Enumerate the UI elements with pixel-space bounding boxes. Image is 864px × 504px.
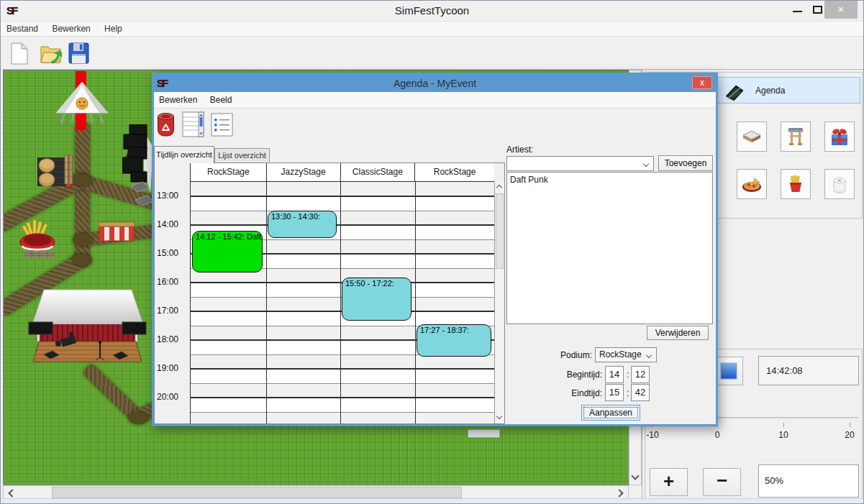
list-view-icon[interactable] (211, 113, 233, 137)
maximize-button[interactable] (810, 1, 826, 19)
status-bar (1, 498, 863, 503)
podium-combobox-value: RockStage (596, 349, 642, 359)
slider-tick (783, 423, 784, 427)
bench (64, 155, 73, 185)
grid-row (191, 182, 494, 196)
podium-label: Podium: (552, 350, 592, 360)
tab-tijdlijn-overzicht[interactable]: Tijdlijn overzicht (154, 146, 214, 163)
blue-square-icon (720, 362, 737, 380)
hscroll-thumb[interactable] (52, 487, 462, 498)
begin-time-label: Begintijd: (552, 370, 602, 380)
open-file-icon[interactable] (39, 42, 63, 65)
artist-label: Artiest: (506, 145, 533, 155)
vscroll-thumb[interactable] (496, 193, 504, 269)
menu-bewerken[interactable]: Bewerken (46, 22, 96, 34)
dialog-close-icon: x (700, 78, 704, 88)
fries-stand (19, 219, 56, 253)
timeline-view-icon[interactable] (182, 111, 204, 137)
schedule-event[interactable]: 14:12 - 15:42: Daft Punk (192, 231, 263, 272)
tool-pizza-button[interactable] (737, 169, 767, 199)
artist-listbox[interactable]: Daft Punk (506, 172, 713, 324)
grid-row (191, 211, 494, 225)
window-titlebar: SF SimFestTycoon × (1, 1, 863, 21)
artist-combobox-value (507, 158, 510, 168)
schedule-event[interactable]: 15:50 - 17:22: (342, 278, 411, 320)
tool-torii-gate-button[interactable] (781, 122, 811, 152)
tab-lijst-overzicht[interactable]: Lijst overzicht (214, 148, 270, 163)
slider-tick-label: -10 (642, 430, 663, 440)
dialog-menu-beeld[interactable]: Beeld (205, 92, 237, 105)
close-button[interactable]: × (824, 1, 858, 19)
tool-fries-button[interactable] (781, 169, 811, 199)
fries-icon (785, 173, 806, 195)
app-window: SF SimFestTycoon × Bestand Bewerken Help (0, 0, 864, 504)
scroll-down-icon[interactable] (496, 413, 502, 419)
minimize-button[interactable] (790, 1, 806, 19)
scroll-corner (629, 485, 642, 500)
grid-halfhour-line (191, 211, 494, 211)
zoom-level-value: 50% (765, 475, 783, 486)
time-label: 20:00 (157, 392, 178, 402)
delete-bin-icon[interactable] (156, 112, 176, 137)
tool-toilet-paper-button[interactable] (824, 169, 855, 199)
artist-list-item[interactable]: Daft Punk (507, 173, 712, 185)
menu-help[interactable]: Help (99, 22, 128, 34)
zoom-out-button[interactable]: − (703, 468, 741, 496)
pallet (24, 251, 55, 258)
grid-column-line (266, 182, 267, 423)
tool-road-tile-button[interactable] (737, 122, 767, 152)
grid-halfhour-line (191, 412, 494, 413)
stage-column-header: JazzyStage (266, 163, 340, 181)
end-hour-field[interactable]: 15 (605, 384, 624, 401)
add-artist-button[interactable]: Toevoegen (658, 155, 713, 171)
zoom-in-button[interactable]: + (650, 468, 688, 496)
striped-stand (98, 221, 135, 243)
remove-button[interactable]: Verwijderen (647, 326, 709, 340)
agenda-book-icon (722, 79, 747, 104)
save-file-icon[interactable] (68, 42, 90, 65)
scroll-right-icon[interactable] (615, 489, 623, 497)
window-title: SimFestTycoon (1, 1, 863, 21)
dialog-titlebar[interactable]: SF Agenda - MyEvent x (154, 75, 716, 92)
grid-row (191, 383, 494, 398)
toilet-paper-icon (829, 173, 850, 195)
agenda-dialog: SF Agenda - MyEvent x Bewerken Beeld (152, 73, 718, 426)
time-colon: : (627, 370, 629, 380)
grid-hour-line (191, 196, 494, 197)
end-minute-field[interactable]: 42 (631, 384, 650, 401)
artist-combobox[interactable] (506, 156, 654, 171)
new-file-icon[interactable] (9, 42, 29, 65)
zoom-level-box: 50% (758, 464, 859, 498)
sim-speed-button[interactable] (714, 357, 743, 385)
podium-combobox[interactable]: RockStage (595, 347, 657, 362)
toilet-building (468, 429, 500, 438)
schedule-event[interactable]: 17:27 - 18:37: (417, 324, 491, 357)
sidebar-item-label: Agenda (755, 86, 785, 96)
menu-bestand[interactable]: Bestand (1, 22, 44, 34)
dialog-menu-bewerken[interactable]: Bewerken (154, 92, 202, 105)
schedule-grid[interactable]: 14:12 - 15:42: Daft Punk13:30 - 14:30:15… (190, 182, 494, 423)
begin-hour-field[interactable]: 14 (605, 366, 624, 383)
main-stage (28, 288, 147, 369)
stage-column-header: RockStage (414, 163, 494, 181)
map-hscrollbar[interactable] (3, 485, 629, 500)
schedule-event[interactable]: 13:30 - 14:30: (268, 211, 337, 238)
dialog-title: Agenda - MyEvent (154, 75, 716, 92)
schedule-scrollbar[interactable] (494, 182, 504, 423)
begin-minute-field[interactable]: 12 (631, 366, 650, 383)
chevron-down-icon (646, 352, 652, 358)
chevron-down-icon (643, 161, 649, 167)
apply-button[interactable]: Aanpassen (581, 405, 640, 421)
tool-gift-button[interactable] (824, 122, 855, 152)
dialog-close-button[interactable]: x (692, 76, 712, 89)
stage-rig (122, 124, 155, 214)
maximize-icon (813, 6, 822, 14)
time-label: 14:00 (157, 219, 178, 229)
time-label: 19:00 (157, 363, 178, 373)
scroll-left-icon[interactable] (8, 489, 16, 497)
dialog-menubar: Bewerken Beeld (154, 92, 716, 109)
grid-row (191, 354, 494, 369)
scroll-up-icon[interactable] (496, 185, 502, 191)
scroll-down-icon[interactable] (631, 472, 639, 480)
grid-row (191, 412, 494, 423)
